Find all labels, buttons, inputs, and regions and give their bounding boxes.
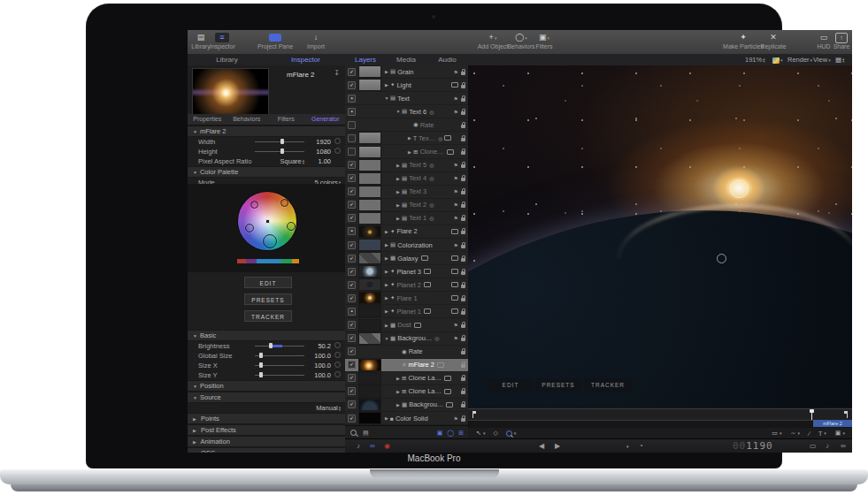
show-behaviors-icon[interactable]: ◯ — [447, 430, 454, 437]
layer-row[interactable]: ✓ ▶ ▤ Grain ⚑ — [345, 65, 468, 79]
canvas-presets-button[interactable]: PRESETS — [535, 378, 581, 392]
parameter-slider[interactable] — [253, 361, 306, 370]
parameter-slider[interactable] — [253, 137, 306, 147]
parameter-value[interactable]: 50.2 — [306, 342, 331, 350]
loop-icon[interactable]: ∞ — [841, 439, 846, 453]
parameter-value[interactable]: 1.00 — [306, 157, 331, 165]
keyframe-button[interactable] — [331, 138, 341, 146]
filmstrip-icon[interactable]: ▤ — [363, 430, 369, 437]
layer-row[interactable]: ✓ ▶ ▦ Galaxy — [345, 252, 468, 265]
layer-visibility-checkbox[interactable]: ✓ — [348, 187, 356, 195]
parameter-slider[interactable] — [253, 351, 306, 361]
layer-visibility-checkbox[interactable] — [348, 121, 356, 129]
parameter-value[interactable]: 100.0 — [306, 362, 331, 369]
keyframe-button[interactable] — [331, 371, 341, 379]
parameter-slider[interactable]: Square▴▾ — [253, 156, 306, 166]
disclosure-triangle-icon[interactable]: ▶ — [395, 389, 402, 394]
tab-inspector[interactable]: Inspector — [266, 54, 345, 65]
layer-row[interactable]: ▪ ▼ ▤ Text ⚑ — [345, 92, 468, 105]
color-handle[interactable] — [245, 224, 254, 232]
mute-icon[interactable]: ♪ — [357, 439, 360, 453]
disclosure-triangle-icon[interactable]: ▶ — [383, 242, 390, 248]
edit-button[interactable]: EDIT — [244, 277, 292, 288]
layer-row[interactable]: ▶ T Tex… ◎ — [345, 132, 468, 145]
playhead[interactable] — [811, 409, 812, 420]
line-tool[interactable]: ∕ — [809, 430, 810, 437]
collapsed-section-header[interactable]: ▶ Points — [188, 413, 345, 424]
disclosure-triangle-icon[interactable]: ▼ — [383, 336, 390, 341]
disclosure-triangle-icon[interactable]: ▶ — [395, 202, 402, 208]
disclosure-triangle-icon[interactable]: ▶ — [395, 189, 402, 194]
presets-button[interactable]: PRESETS — [244, 293, 292, 305]
layer-visibility-checkbox[interactable]: ✓ — [348, 255, 356, 263]
layer-row[interactable]: ✓ ▶ ▤ Text 2 ◎ ⚑ — [345, 199, 468, 212]
layer-row[interactable]: ✓ ▶ ▤ Text 4 ◎ ⚑ — [345, 172, 468, 186]
timecode-icon[interactable]: ◔ — [639, 439, 643, 453]
disclosure-triangle-icon[interactable]: ▶ — [395, 163, 402, 168]
layer-row[interactable]: ✓ ◉ Rate — [345, 346, 468, 359]
layer-visibility-checkbox[interactable]: ✓ — [348, 268, 356, 276]
layer-visibility-checkbox[interactable]: ✓ — [348, 415, 356, 423]
select-tool[interactable]: ↖▾ — [476, 430, 485, 437]
audio-icon[interactable]: ♪ — [826, 439, 829, 453]
layer-row[interactable]: ▶ ⊞ Clone… — [345, 145, 468, 158]
disclosure-triangle-icon[interactable]: ▶ — [406, 149, 413, 155]
layer-row[interactable]: ✓ ▶ ▤ Text 5 ◎ ⚑ — [345, 159, 468, 172]
mask-tool[interactable]: ▣▾ — [835, 430, 845, 437]
layer-row[interactable]: ✓ ▶ ▦ Dust ⚑ — [345, 318, 468, 331]
layer-row[interactable]: ✓ ▶ ⊞ Clone La… — [345, 385, 468, 399]
zoom-tool[interactable]: ▾ — [506, 430, 517, 437]
layer-visibility-checkbox[interactable]: ▪ — [348, 308, 356, 316]
color-handle[interactable] — [287, 222, 296, 231]
disclosure-triangle-icon[interactable]: ▶ — [383, 255, 390, 261]
tab-layers[interactable]: Layers — [345, 54, 386, 65]
color-handle[interactable] — [250, 201, 258, 209]
parameter-value[interactable]: 100.0 — [306, 352, 331, 360]
section-position[interactable]: ▼Position — [188, 380, 345, 392]
bezier-tool[interactable]: ∼▾ — [791, 430, 800, 437]
layer-visibility-checkbox[interactable]: ✓ — [348, 387, 356, 395]
layer-visibility-checkbox[interactable]: ✓ — [348, 174, 356, 182]
keyframe-button[interactable] — [331, 342, 341, 350]
filters-button[interactable]: ▣▾ Filters — [531, 32, 557, 50]
canvas-edit-button[interactable]: EDIT — [488, 378, 533, 392]
disclosure-triangle-icon[interactable]: ▶ — [383, 269, 390, 274]
layer-row[interactable]: ✓ ▶ ▤ Text 3 ⚑ — [345, 186, 468, 199]
layer-row[interactable]: ◉ Rate — [345, 118, 468, 132]
layer-visibility-checkbox[interactable]: ✓ — [348, 347, 356, 355]
disclosure-triangle-icon[interactable]: ▶ — [395, 176, 402, 181]
color-handle[interactable] — [280, 199, 288, 207]
inspector-button[interactable]: ≡ Inspector — [210, 32, 234, 50]
text-tool[interactable]: T▾ — [818, 430, 826, 437]
channels-control[interactable]: ▾ — [772, 54, 783, 65]
parameter-slider[interactable] — [253, 370, 306, 380]
layer-row[interactable]: ✓ ▶ ▤ Text 1 ◎ ⚑ — [345, 212, 468, 225]
disclosure-triangle-icon[interactable]: ▶ — [383, 69, 390, 74]
layer-row[interactable]: ▪ ▶ ✦ Flare 2 — [345, 225, 468, 239]
shape-tool[interactable]: ▭▾ — [772, 430, 781, 437]
tab-generator[interactable]: Generator — [306, 114, 346, 125]
layer-row[interactable]: ✓ ✳ mFlare 2 — [345, 359, 468, 372]
flare-control-point[interactable] — [730, 179, 749, 198]
search-icon[interactable] — [350, 430, 357, 436]
canvas-viewport[interactable]: EDIT PRESETS TRACKER — [468, 65, 852, 407]
disclosure-triangle-icon[interactable]: ▶ — [383, 295, 390, 301]
import-button[interactable]: ↓ Import — [301, 32, 331, 50]
layer-visibility-checkbox[interactable]: ✓ — [348, 241, 356, 249]
layer-visibility-checkbox[interactable]: ✓ — [348, 374, 356, 382]
link-icon[interactable]: ∞ — [370, 439, 375, 453]
layer-row[interactable]: ✓ ▶ ✦ Flare 1 — [345, 292, 468, 305]
collapsed-section-header[interactable]: ▶ Animation — [188, 436, 345, 447]
timeline-out-marker[interactable] — [847, 411, 848, 418]
timeline-in-marker[interactable] — [472, 411, 473, 418]
layer-row[interactable]: ✓ ▶ ✦ Planet 2 — [345, 278, 468, 292]
tab-filters[interactable]: Filters — [266, 114, 306, 125]
project-pane-button[interactable]: Project Pane — [253, 32, 297, 50]
layer-row[interactable]: ✓ ▶ ■ Color Solid ⚑ — [345, 412, 468, 425]
layer-visibility-checkbox[interactable]: ✓ — [348, 361, 356, 369]
collapsed-section-header[interactable]: ▶ Post Effects — [188, 424, 345, 436]
play-button[interactable]: ▶ — [555, 439, 560, 453]
source-mode-row[interactable]: Manual▴▾ — [188, 403, 345, 413]
layer-visibility-checkbox[interactable]: ✓ — [348, 294, 356, 302]
timeline-clip-mflare[interactable]: mFlare 2 — [813, 420, 852, 427]
